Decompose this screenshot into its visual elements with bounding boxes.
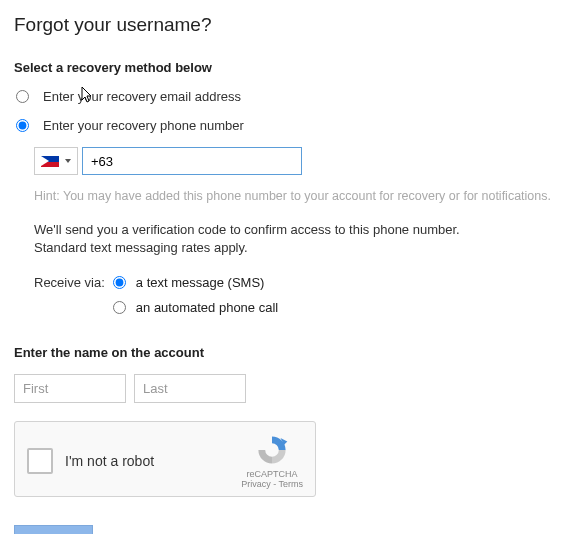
receive-call-label: an automated phone call	[136, 300, 278, 315]
recaptcha-widget: I'm not a robot reCAPTCHA Privacy - Term…	[14, 421, 316, 497]
receive-sms-radio[interactable]	[113, 276, 126, 289]
recaptcha-label: I'm not a robot	[65, 453, 154, 469]
recovery-email-label: Enter your recovery email address	[43, 89, 241, 104]
recaptcha-icon	[255, 433, 289, 467]
phone-explain: We'll send you a verification code to co…	[34, 221, 565, 257]
recaptcha-checkbox[interactable]	[27, 448, 53, 474]
recovery-option-phone[interactable]: Enter your recovery phone number	[14, 118, 565, 133]
recovery-phone-radio[interactable]	[16, 119, 29, 132]
phone-input-row	[34, 147, 565, 175]
phone-explain-line2: Standard text messaging rates apply.	[34, 240, 248, 255]
phone-explain-line1: We'll send you a verification code to co…	[34, 222, 460, 237]
receive-call-option[interactable]: an automated phone call	[113, 300, 278, 315]
phone-number-input[interactable]	[82, 147, 302, 175]
phone-hint: Hint: You may have added this phone numb…	[34, 189, 565, 203]
receive-via-label: Receive via:	[34, 275, 105, 290]
name-section: Enter the name on the account	[14, 345, 565, 403]
last-name-input[interactable]	[134, 374, 246, 403]
page-title: Forgot your username?	[14, 14, 565, 36]
submit-button[interactable]: Submit	[14, 525, 93, 534]
recovery-phone-label: Enter your recovery phone number	[43, 118, 244, 133]
recovery-option-email[interactable]: Enter your recovery email address	[14, 89, 565, 104]
recaptcha-links[interactable]: Privacy - Terms	[241, 479, 303, 489]
receive-call-radio[interactable]	[113, 301, 126, 314]
name-input-row	[14, 374, 565, 403]
recovery-method-heading: Select a recovery method below	[14, 60, 565, 75]
chevron-down-icon	[65, 159, 71, 163]
recaptcha-branding: reCAPTCHA Privacy - Terms	[241, 433, 303, 489]
receive-sms-option[interactable]: a text message (SMS)	[113, 275, 278, 290]
name-heading: Enter the name on the account	[14, 345, 565, 360]
receive-via-group: Receive via: a text message (SMS) an aut…	[34, 275, 565, 315]
flag-ph-icon	[41, 156, 59, 167]
country-code-selector[interactable]	[34, 147, 78, 175]
recovery-email-radio[interactable]	[16, 90, 29, 103]
first-name-input[interactable]	[14, 374, 126, 403]
recaptcha-brand-text: reCAPTCHA	[247, 469, 298, 479]
phone-section: Hint: You may have added this phone numb…	[34, 147, 565, 315]
receive-sms-label: a text message (SMS)	[136, 275, 265, 290]
